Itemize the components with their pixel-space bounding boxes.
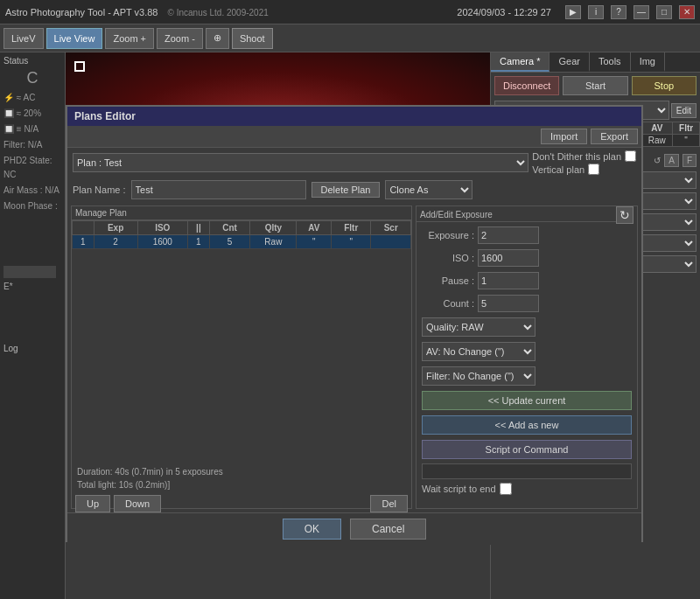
modal-name-row: Plan Name : Delete Plan Clone As: [67, 178, 641, 202]
import-button[interactable]: Import: [541, 129, 587, 144]
count-label: Count :: [422, 298, 474, 309]
update-current-button[interactable]: << Update current: [422, 391, 632, 410]
pause-row: Pause :: [416, 269, 637, 292]
tab-img[interactable]: Img: [631, 52, 665, 72]
dont-dither-check[interactable]: [625, 150, 636, 162]
iso-row: ISO :: [416, 247, 637, 269]
filter-row: Filter: No Change ("): [416, 364, 637, 388]
stop-button[interactable]: Stop: [632, 76, 696, 95]
filter-select[interactable]: Filter: No Change ("): [422, 366, 536, 386]
tab-bar: Camera * Gear Tools Img: [491, 52, 700, 73]
tab-camera[interactable]: Camera *: [491, 52, 550, 72]
av-row: AV: No Change ("): [416, 339, 637, 364]
script-input[interactable]: [422, 463, 632, 479]
filter-label: Filter: N/A: [4, 138, 61, 152]
modal-plan-select[interactable]: Plan : Test: [73, 153, 528, 172]
minimize-btn[interactable]: —: [634, 5, 649, 19]
ok-button[interactable]: OK: [283, 519, 341, 540]
play-btn[interactable]: ▶: [565, 5, 581, 19]
log-label: Log: [4, 344, 61, 353]
col-av: AV: [641, 122, 673, 135]
cancel-button[interactable]: Cancel: [350, 519, 426, 540]
duration-line2: Total light: 10s (0.2min)]: [72, 478, 411, 491]
live-view-marker: [74, 61, 85, 72]
add-as-new-button[interactable]: << Add as new: [422, 415, 632, 435]
refresh-button[interactable]: ↻: [616, 206, 634, 224]
pause-input[interactable]: [478, 272, 539, 289]
start-button[interactable]: Start: [563, 76, 627, 95]
modal-body: Manage Plan Exp ISO || Cnt Qlty AV: [67, 202, 641, 512]
modal-title: Plans Editor: [67, 107, 641, 126]
iso-input[interactable]: [478, 249, 539, 267]
pct-label: 🔲 ≈ 20%: [4, 107, 61, 121]
dont-dither-label: Don't Dither this plan: [532, 151, 621, 162]
zoom-minus-button[interactable]: Zoom -: [157, 28, 203, 49]
up-button[interactable]: Up: [75, 495, 110, 512]
modal-footer: OK Cancel: [67, 512, 641, 545]
title-bar-right: 2024/09/03 - 12:29 27 ▶ i ? — □ ✕: [457, 5, 695, 19]
status-label: Status: [4, 56, 61, 66]
script-command-button[interactable]: Script or Command: [422, 440, 632, 459]
export-button[interactable]: Export: [591, 129, 638, 144]
planet-button[interactable]: ⊕: [206, 28, 229, 49]
shoot-button[interactable]: Shoot: [232, 28, 273, 49]
title-bar: Astro Photography Tool - APT v3.88 © Inc…: [0, 0, 700, 24]
manage-plan-title: Manage Plan: [72, 206, 411, 220]
manage-plan-section: Manage Plan Exp ISO || Cnt Qlty AV: [71, 205, 412, 509]
plan-name-label: Plan Name :: [73, 185, 126, 195]
manage-table-area: Exp ISO || Cnt Qlty AV Fltr Scr: [72, 220, 411, 465]
modal-plan-row: Plan : Test Don't Dither this plan Verti…: [67, 148, 641, 178]
help-btn[interactable]: ?: [611, 5, 626, 19]
count-input[interactable]: [478, 295, 539, 312]
duration-line1: Duration: 40s (0.7min) in 5 exposures: [72, 465, 411, 478]
maximize-btn[interactable]: □: [656, 5, 672, 19]
ac-label: ⚡ ≈ AC: [4, 91, 61, 105]
col-fltr: Fltr: [673, 122, 700, 135]
airmass-label: Air Mass : N/A: [4, 184, 61, 198]
app-title: Astro Photography Tool - APT v3.88 © Inc…: [5, 7, 269, 17]
disconnect-button[interactable]: Disconnect: [494, 76, 559, 95]
quality-row: Quality: RAW: [416, 315, 637, 339]
livev-button[interactable]: LiveV: [4, 28, 44, 49]
info-btn[interactable]: i: [588, 5, 604, 19]
quality-select[interactable]: Quality: RAW: [422, 317, 536, 337]
add-edit-section: Add/Edit Exposure ↻ Exposure : ISO : Pau…: [416, 205, 638, 509]
liveview-button[interactable]: Live View: [46, 28, 103, 49]
left-sidebar: Status C ⚡ ≈ AC 🔲 ≈ 20% 🔲 ≡ N/A Filter: …: [0, 52, 66, 599]
tab-gear[interactable]: Gear: [550, 52, 589, 72]
count-row: Count :: [416, 292, 637, 315]
cam-buttons: Disconnect Start Stop: [491, 73, 700, 99]
delete-plan-button[interactable]: Delete Plan: [312, 182, 381, 198]
phd2-label: PHD2 State: NC: [4, 154, 61, 182]
close-btn[interactable]: ✕: [679, 5, 695, 19]
clone-as-select[interactable]: Clone As: [385, 180, 472, 199]
moon-label: Moon Phase :: [4, 199, 61, 213]
pause-label: Pause :: [422, 275, 474, 286]
manage-table: Exp ISO || Cnt Qlty AV Fltr Scr: [72, 220, 411, 249]
plans-editor-modal: Plans Editor Import Export Plan : Test D…: [66, 105, 643, 542]
del-button[interactable]: Del: [370, 495, 408, 512]
add-edit-title: Add/Edit Exposure: [416, 208, 616, 222]
down-button[interactable]: Down: [114, 495, 161, 512]
wait-script-label: Wait script to end: [422, 484, 496, 494]
vertical-plan-label: Vertical plan: [532, 164, 584, 175]
top-toolbar: LiveV Live View Zoom + Zoom - ⊕ Shoot: [0, 24, 700, 52]
c-label: C: [4, 69, 61, 87]
na-label: 🔲 ≡ N/A: [4, 122, 61, 136]
exposure-input[interactable]: [478, 226, 539, 244]
exposure-row: Exposure :: [416, 224, 637, 247]
vertical-plan-check[interactable]: [588, 164, 599, 175]
wait-script-row: Wait script to end: [416, 481, 637, 497]
edit-button[interactable]: Edit: [671, 103, 696, 118]
av-select[interactable]: AV: No Change ("): [422, 342, 536, 361]
main-area: Status C ⚡ ≈ AC 🔲 ≈ 20% 🔲 ≡ N/A Filter: …: [0, 52, 700, 599]
exposure-label: Exposure :: [422, 230, 474, 240]
iso-label: ISO :: [422, 253, 474, 263]
manage-buttons: Up Down Del: [72, 491, 411, 516]
plan-name-input[interactable]: [131, 180, 306, 199]
modal-toolbar: Import Export: [67, 126, 641, 148]
zoom-plus-button[interactable]: Zoom +: [105, 28, 154, 49]
table-row[interactable]: 1 2 1600 1 5 Raw " ": [73, 235, 411, 249]
wait-script-check[interactable]: [500, 483, 512, 495]
tab-tools[interactable]: Tools: [590, 52, 631, 72]
